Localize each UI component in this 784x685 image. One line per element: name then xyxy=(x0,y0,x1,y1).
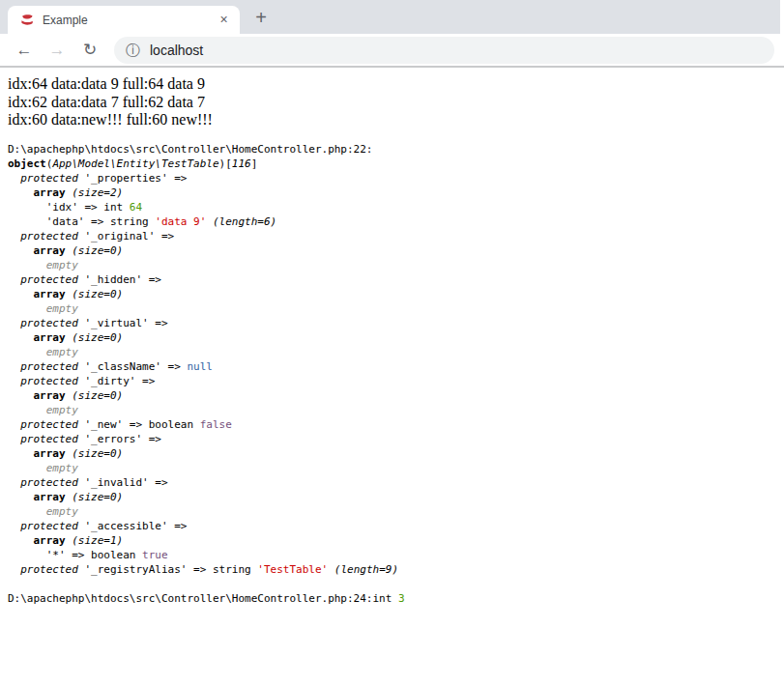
dump-token-p: int xyxy=(373,592,399,605)
dump-token-i: protected xyxy=(20,375,78,387)
dump-line: protected '_errors' => xyxy=(8,432,776,446)
dump-token-p: '_accessible' => xyxy=(78,520,188,532)
dump-token-p: 'data' => string xyxy=(8,215,155,228)
tabstrip-edge xyxy=(780,0,784,34)
reload-button[interactable]: ↻ xyxy=(77,38,102,63)
dump-token-k: array xyxy=(34,244,66,257)
dump-token-str: 'TestTable' xyxy=(257,563,328,576)
dump-line: protected '_new' => boolean false xyxy=(8,417,776,432)
dump-token-i: protected xyxy=(20,360,78,373)
dump-line: protected '_className' => null xyxy=(8,359,776,374)
dump-token-p xyxy=(8,433,20,445)
dump-token-k: array xyxy=(34,491,66,503)
var-dump-output: D:\apachephp\htdocs\src\Controller\HomeC… xyxy=(8,142,776,606)
dump-token-i: protected xyxy=(20,520,78,532)
dump-token-p xyxy=(8,360,20,373)
browser-tab[interactable]: Example × xyxy=(8,6,240,34)
dump-token-i: (length=9) xyxy=(334,563,398,576)
dump-line: array (size=1) xyxy=(8,533,776,548)
dump-token-p: ] xyxy=(251,157,258,170)
dump-token-p xyxy=(8,534,34,547)
dump-line: D:\apachephp\htdocs\src\Controller\HomeC… xyxy=(8,591,776,606)
echo-line: idx:64 data:data 9 full:64 data 9 xyxy=(8,75,776,94)
dump-token-k: array xyxy=(34,534,66,547)
dump-token-num: 64 xyxy=(130,201,142,214)
dump-token-p: 'idx' => int xyxy=(8,201,130,214)
echo-line: idx:62 data:data 7 full:62 data 7 xyxy=(8,94,776,112)
dump-token-i: (length=6) xyxy=(213,215,276,228)
dump-token-p xyxy=(8,244,34,257)
dump-token-p xyxy=(8,389,34,402)
dump-token-i: (size=1) xyxy=(72,534,123,547)
url-text[interactable]: localhost xyxy=(150,43,203,58)
dump-token-p: '_dirty' => xyxy=(78,375,155,387)
dump-line: protected '_properties' => xyxy=(8,171,776,186)
page-content: idx:64 data:data 9 full:64 data 9 idx:62… xyxy=(0,68,784,614)
dump-token-i: protected xyxy=(20,433,78,445)
back-button[interactable]: ← xyxy=(12,38,37,63)
dump-line: array (size=0) xyxy=(8,388,776,403)
dump-token-p: '_errors' => xyxy=(78,433,161,445)
dump-token-p xyxy=(8,317,20,329)
site-favicon-icon xyxy=(19,13,35,28)
tab-title: Example xyxy=(43,14,216,27)
dump-token-i: (size=0) xyxy=(72,244,123,257)
dump-token-p xyxy=(8,172,20,185)
dump-token-p: '_className' => xyxy=(78,360,188,373)
dump-token-bool: false xyxy=(200,418,232,431)
dump-line: array (size=2) xyxy=(8,186,776,200)
dump-line: protected '_hidden' => xyxy=(8,272,776,287)
dump-token-i: protected xyxy=(20,418,78,431)
dump-token-i: protected xyxy=(20,317,78,329)
dump-line: empty xyxy=(8,345,776,359)
browser-window: { "browser": { "tab_title": "Example", "… xyxy=(0,0,784,685)
dump-token-p xyxy=(8,563,20,576)
dump-line xyxy=(8,577,776,591)
dump-token-i: 116 xyxy=(232,157,251,170)
dump-token-str: 'data 9' xyxy=(155,215,206,228)
dump-token-p xyxy=(8,331,34,344)
tab-strip: Example × + xyxy=(0,0,784,34)
forward-button[interactable]: → xyxy=(44,38,70,63)
dump-token-i: protected xyxy=(20,172,78,185)
dump-token-p: '_virtual' => xyxy=(78,317,168,329)
dump-token-i: (size=0) xyxy=(72,288,123,300)
site-info-icon[interactable]: ⓘ xyxy=(126,43,140,57)
dump-token-p xyxy=(8,302,46,315)
dump-token-p xyxy=(8,186,34,199)
dump-token-p xyxy=(8,375,20,387)
dump-line: array (size=0) xyxy=(8,446,776,461)
dump-token-p xyxy=(8,418,20,431)
dump-token-i: (size=2) xyxy=(72,186,123,199)
dump-token-p xyxy=(8,288,34,300)
echo-line: idx:60 data:new!!! full:60 new!!! xyxy=(8,111,776,129)
dump-line: empty xyxy=(8,301,776,316)
tab-close-icon[interactable]: × xyxy=(216,12,232,28)
dump-line: 'idx' => int 64 xyxy=(8,200,776,214)
dump-token-i: (size=0) xyxy=(72,491,123,503)
dump-token-p xyxy=(8,520,20,532)
dump-line: protected '_virtual' => xyxy=(8,316,776,330)
dump-line: array (size=0) xyxy=(8,287,776,301)
dump-token-i: (size=0) xyxy=(72,331,123,344)
dump-line: array (size=0) xyxy=(8,243,776,258)
dump-token-p xyxy=(8,476,20,489)
dump-line: protected '_accessible' => xyxy=(8,519,776,533)
new-tab-button[interactable]: + xyxy=(247,4,275,31)
dump-line: protected '_invalid' => xyxy=(8,475,776,490)
dump-token-p xyxy=(8,505,46,518)
dump-token-empty: empty xyxy=(46,505,78,518)
dump-token-k: array xyxy=(34,331,66,344)
dump-token-p xyxy=(8,462,46,474)
dump-line: array (size=0) xyxy=(8,490,776,504)
dump-token-null: null xyxy=(187,360,213,373)
dump-token-i: protected xyxy=(20,273,78,286)
dump-token-p xyxy=(8,273,20,286)
dump-token-p xyxy=(8,230,20,243)
dump-token-p xyxy=(8,447,34,460)
dump-token-p: )[ xyxy=(219,157,232,170)
dump-token-num: 3 xyxy=(398,592,405,605)
address-bar[interactable]: ⓘ localhost xyxy=(114,37,774,64)
dump-token-empty: empty xyxy=(46,259,78,271)
dump-line: protected '_registryAlias' => string 'Te… xyxy=(8,562,776,577)
